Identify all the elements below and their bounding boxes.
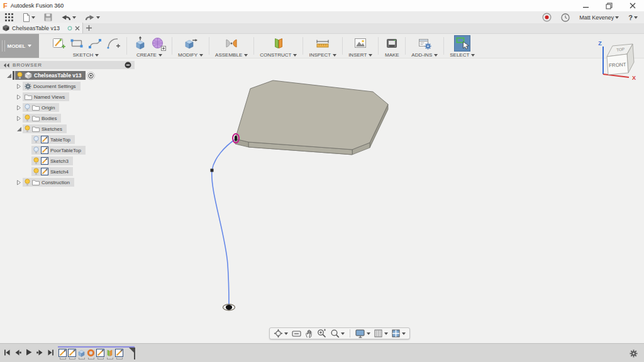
timeline-feature-extrude[interactable]	[77, 349, 86, 359]
browser-node-bodies[interactable]: Bodies	[0, 114, 135, 123]
3d-print-button[interactable]	[384, 36, 399, 51]
expand-icon[interactable]	[15, 116, 23, 121]
zoom-button[interactable]	[317, 329, 326, 338]
arc-tool-button[interactable]	[106, 36, 121, 51]
expand-icon[interactable]	[15, 105, 23, 111]
grid-display-button[interactable]	[374, 329, 388, 337]
viewcube-front-label[interactable]: FRONT	[609, 62, 626, 68]
redo-button[interactable]	[85, 14, 100, 21]
browser-node-sketch4[interactable]: Sketch4	[0, 167, 135, 176]
select-tool-button[interactable]	[454, 35, 470, 52]
timeline-feature-revolve[interactable]	[87, 349, 95, 359]
panel-minimize-icon[interactable]	[125, 62, 131, 69]
visibility-bulb-on-icon[interactable]	[33, 157, 39, 165]
timeline-feature-sketch[interactable]	[96, 349, 104, 359]
file-menu-button[interactable]	[22, 13, 35, 22]
fit-button[interactable]	[330, 329, 345, 338]
display-settings-button[interactable]	[355, 329, 370, 338]
live-review-button[interactable]	[542, 13, 552, 22]
visibility-bulb-off-icon[interactable]	[33, 146, 39, 154]
timeline-feature-sketch[interactable]	[68, 349, 76, 359]
expand-icon[interactable]	[15, 84, 23, 89]
browser-root-node[interactable]: ChelseasTable v13	[0, 71, 135, 80]
tab-close-icon[interactable]	[75, 26, 80, 31]
visibility-bulb-on-icon[interactable]	[25, 178, 30, 186]
visibility-bulb-off-icon[interactable]	[33, 136, 39, 143]
ribbon-group-label-inspect[interactable]: INSPECT	[309, 52, 336, 58]
create-sketch-button[interactable]	[51, 36, 66, 51]
visibility-bulb-on-icon[interactable]	[25, 114, 30, 122]
create-form-button[interactable]	[151, 36, 166, 51]
timeline-feature-sketch[interactable]	[115, 349, 123, 359]
step-forward-button[interactable]	[36, 349, 43, 356]
browser-node-sketches[interactable]: Sketches	[0, 124, 135, 133]
ribbon-group-label-addins[interactable]: ADD-INS	[411, 52, 438, 58]
collapse-icon[interactable]	[15, 126, 23, 132]
visibility-bulb-on-icon[interactable]	[17, 72, 23, 79]
pan-button[interactable]	[305, 329, 313, 338]
ribbon-group-label-construct[interactable]: CONSTRUCT	[260, 52, 297, 58]
table-top-body[interactable]	[235, 80, 388, 155]
joint-button[interactable]	[224, 36, 239, 51]
activate-component-icon[interactable]	[87, 72, 95, 80]
construction-plane-button[interactable]	[271, 36, 286, 51]
save-button[interactable]	[44, 13, 52, 21]
visibility-bulb-off-icon[interactable]	[25, 104, 30, 111]
ribbon-group-label-make[interactable]: MAKE	[385, 52, 399, 58]
ribbon-group-label-assemble[interactable]: ASSEMBLE	[215, 52, 248, 58]
timeline-feature-plane[interactable]	[106, 349, 114, 359]
ribbon-group-label-modify[interactable]: MODIFY	[178, 52, 203, 58]
collapse-panel-icon[interactable]	[3, 63, 9, 68]
measure-button[interactable]	[315, 36, 330, 51]
undo-button[interactable]	[61, 14, 76, 21]
scripts-addins-button[interactable]	[417, 36, 432, 51]
spline-curve[interactable]	[212, 139, 236, 304]
visibility-bulb-on-icon[interactable]	[33, 168, 39, 175]
insert-image-button[interactable]	[353, 36, 368, 51]
ribbon-group-label-create[interactable]: CREATE	[136, 52, 162, 58]
app-launcher-button[interactable]	[5, 13, 13, 21]
browser-node-poortabletop[interactable]: PoorTableTop	[0, 146, 135, 155]
browser-node-construction[interactable]: Construction	[0, 178, 135, 187]
ribbon-group-label-sketch[interactable]: SKETCH	[73, 52, 99, 58]
ribbon-group-label-select[interactable]: SELECT	[450, 52, 475, 58]
browser-node-named-views[interactable]: Named Views	[0, 92, 135, 101]
play-button[interactable]	[26, 349, 32, 356]
view-cube[interactable]: Z X TOP FRONT	[592, 38, 639, 86]
browser-node-sketch3[interactable]: Sketch3	[0, 156, 135, 165]
timeline-feature-sketch[interactable]	[58, 349, 67, 359]
go-to-end-button[interactable]	[48, 349, 54, 356]
ribbon-group-label-insert[interactable]: INSERT	[348, 52, 372, 58]
spline-tool-button[interactable]	[87, 36, 103, 51]
visibility-bulb-on-icon[interactable]	[25, 125, 30, 133]
expand-collapse-icon[interactable]	[5, 73, 13, 79]
timeline-settings-button[interactable]	[630, 349, 638, 360]
browser-node-origin[interactable]: Origin	[0, 103, 135, 112]
help-menu-button[interactable]: ?	[628, 14, 638, 21]
look-at-button[interactable]	[292, 330, 301, 337]
expand-icon[interactable]	[15, 180, 23, 185]
workspace-selector-button[interactable]: MODEL	[0, 34, 39, 58]
timeline-playhead[interactable]	[129, 348, 135, 359]
job-status-button[interactable]	[561, 13, 570, 22]
press-pull-button[interactable]	[183, 36, 198, 51]
extrude-button[interactable]	[133, 36, 148, 51]
rectangle-tool-button[interactable]	[69, 36, 84, 51]
new-tab-button[interactable]	[83, 23, 94, 33]
go-to-start-button[interactable]	[4, 349, 10, 356]
step-back-button[interactable]	[14, 349, 21, 356]
close-button[interactable]	[621, 0, 644, 11]
restore-button[interactable]	[597, 0, 621, 11]
ribbon-group-sketch: SKETCH	[45, 34, 126, 58]
origin-point-marker[interactable]	[223, 304, 235, 310]
orbit-button[interactable]	[274, 329, 288, 338]
account-menu-button[interactable]: Matt Keveney	[579, 14, 619, 21]
spline-fit-point[interactable]	[211, 169, 214, 172]
model-viewport[interactable]: BROWSER ChelseasTable v13 Docum	[0, 58, 644, 343]
document-tab[interactable]: ChelseasTable v13	[0, 23, 83, 33]
browser-node-tabletop[interactable]: TableTop	[0, 135, 135, 144]
viewports-button[interactable]	[392, 329, 406, 337]
expand-icon[interactable]	[15, 94, 23, 100]
minimize-button[interactable]	[574, 0, 597, 11]
browser-node-document-settings[interactable]: Document Settings	[0, 82, 135, 90]
